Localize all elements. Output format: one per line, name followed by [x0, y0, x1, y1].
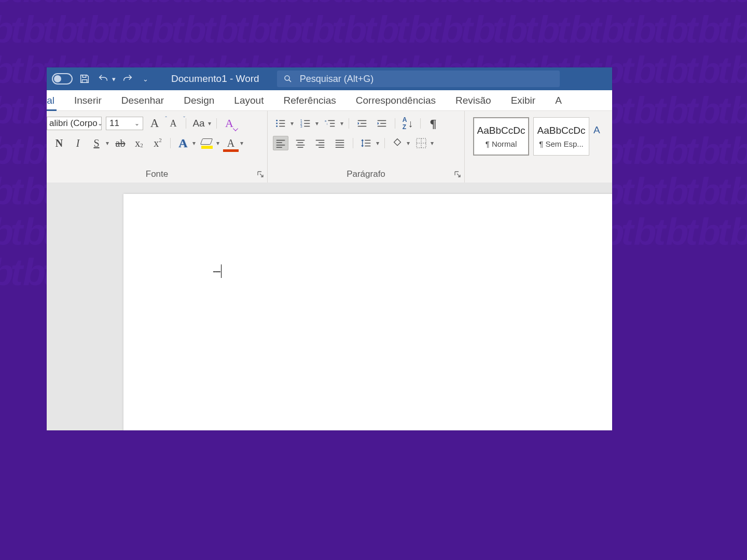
dialog-launcher-icon[interactable]	[257, 170, 264, 177]
change-case-button[interactable]: Aa	[191, 116, 206, 131]
search-box[interactable]: Pesquisar (Alt+G)	[277, 71, 560, 87]
chevron-down-icon[interactable]: ▾	[290, 120, 294, 127]
chevron-down-icon[interactable]: ▾	[315, 120, 319, 127]
customize-qat-icon[interactable]: ⌄	[143, 75, 148, 83]
ribbon-tabs: ial Inserir Desenhar Design Layout Refer…	[47, 90, 612, 111]
subscript-button[interactable]: x2	[132, 136, 146, 150]
separator	[349, 118, 349, 129]
chevron-down-icon[interactable]: ▾	[216, 139, 219, 147]
show-paragraph-marks-button[interactable]: ¶	[426, 116, 440, 131]
grow-font-button[interactable]: Aˆ	[147, 116, 162, 131]
document-scroll-area[interactable]: ---	[47, 183, 612, 430]
style-sample: AaBbCcDc	[537, 125, 586, 136]
quick-access-toolbar: ▾ ⌄	[52, 72, 148, 86]
svg-text:3: 3	[300, 124, 302, 128]
ribbon-group-styles: AaBbCcDc ¶ Normal AaBbCcDc ¶ Sem Esp... …	[465, 111, 612, 183]
search-placeholder: Pesquisar (Alt+G)	[300, 74, 374, 85]
separator	[170, 138, 171, 148]
title-bar: ▾ ⌄ Documento1 - Word Pesquisar (Alt+G)	[47, 67, 612, 90]
tab-ajuda[interactable]: A	[554, 92, 563, 110]
undo-dropdown-icon[interactable]: ▾	[112, 75, 116, 83]
chevron-down-icon[interactable]: ▾	[240, 139, 243, 147]
tab-desenhar[interactable]: Desenhar	[120, 92, 165, 110]
svg-point-3	[276, 125, 278, 127]
strikethrough-button[interactable]: ab	[113, 136, 128, 150]
separator	[216, 118, 217, 129]
document-page[interactable]	[123, 194, 612, 430]
style-sem-espacamento[interactable]: AaBbCcDc ¶ Sem Esp...	[533, 117, 589, 156]
word-window: ▾ ⌄ Documento1 - Word Pesquisar (Alt+G) …	[47, 67, 612, 430]
sort-button[interactable]: AZ↓	[400, 116, 415, 131]
search-icon	[283, 74, 293, 83]
style-sample: AaBbCcDc	[477, 125, 525, 136]
separator	[186, 118, 186, 129]
svg-point-0	[285, 76, 289, 80]
tab-correspondencias[interactable]: Correspondências	[355, 92, 437, 110]
font-name-value: alibri (Corpo	[49, 118, 98, 129]
align-left-button[interactable]	[273, 136, 288, 150]
redo-icon[interactable]	[121, 72, 134, 86]
underline-button[interactable]: S	[89, 136, 104, 150]
autosave-toggle[interactable]	[52, 73, 73, 85]
chevron-down-icon[interactable]: ▾	[340, 120, 343, 127]
italic-button[interactable]: I	[71, 136, 85, 150]
dialog-launcher-icon[interactable]	[454, 170, 461, 177]
tab-exibir[interactable]: Exibir	[510, 92, 537, 110]
bullet-list-button[interactable]	[273, 116, 288, 131]
numbered-list-button[interactable]: 123	[298, 116, 313, 131]
tab-referencias[interactable]: Referências	[282, 92, 337, 110]
tab-layout[interactable]: Layout	[233, 92, 265, 110]
clear-formatting-button[interactable]: A	[222, 116, 237, 131]
chevron-down-icon[interactable]: ▾	[208, 120, 211, 127]
separator	[395, 118, 395, 129]
chevron-down-icon[interactable]: ▾	[106, 139, 109, 147]
style-heading-clipped[interactable]: A	[593, 117, 604, 156]
font-size-value: 11	[109, 118, 119, 129]
highlight-color-button[interactable]	[200, 136, 214, 150]
text-cursor-location: ---	[213, 264, 222, 278]
tab-revisao[interactable]: Revisão	[454, 92, 492, 110]
increase-indent-button[interactable]	[374, 116, 390, 131]
chevron-down-icon[interactable]: ▾	[431, 139, 434, 147]
font-size-combo[interactable]: 11 ⌄	[106, 117, 143, 130]
tab-pagina-inicial[interactable]: ial	[47, 92, 56, 110]
ribbon: alibri (Corpo ⌄ 11 ⌄ Aˆ Aˇ Aa ▾ A	[47, 111, 612, 183]
font-name-combo[interactable]: alibri (Corpo ⌄	[47, 117, 102, 130]
line-spacing-button[interactable]	[358, 136, 374, 150]
style-sample: A	[593, 124, 600, 136]
shading-button[interactable]	[390, 136, 405, 150]
chevron-down-icon[interactable]: ▾	[192, 139, 196, 147]
svg-point-2	[276, 123, 278, 124]
justify-button[interactable]	[332, 136, 348, 150]
superscript-button[interactable]: x2	[150, 136, 165, 150]
align-right-button[interactable]	[312, 136, 328, 150]
separator	[420, 118, 421, 129]
font-color-button[interactable]: A	[224, 136, 238, 150]
chevron-down-icon[interactable]: ▾	[376, 139, 379, 147]
style-name: ¶ Normal	[486, 139, 517, 148]
chevron-down-icon: ⌄	[98, 120, 102, 127]
ribbon-group-label	[470, 158, 607, 170]
tab-design[interactable]: Design	[183, 92, 215, 110]
separator	[353, 138, 353, 148]
typed-text: ---	[213, 265, 220, 277]
multilevel-list-button[interactable]: ai	[323, 116, 338, 131]
chevron-down-icon[interactable]: ▾	[407, 139, 410, 147]
ribbon-group-paragraph: ▾ 123 ▾ ai ▾ AZ↓	[268, 111, 465, 183]
svg-point-1	[276, 120, 278, 121]
style-name: ¶ Sem Esp...	[539, 139, 584, 148]
text-effects-button[interactable]: A	[176, 136, 190, 150]
decrease-indent-button[interactable]	[354, 116, 370, 131]
align-center-button[interactable]	[293, 136, 308, 150]
bold-button[interactable]: N	[52, 136, 66, 150]
chevron-down-icon: ⌄	[134, 120, 140, 127]
text-caret	[221, 264, 222, 278]
shrink-font-button[interactable]: Aˇ	[166, 116, 181, 131]
ribbon-group-font: alibri (Corpo ⌄ 11 ⌄ Aˆ Aˇ Aa ▾ A	[47, 111, 268, 183]
tab-inserir[interactable]: Inserir	[73, 92, 103, 110]
borders-button[interactable]	[414, 136, 428, 150]
style-normal[interactable]: AaBbCcDc ¶ Normal	[473, 117, 529, 156]
undo-icon[interactable]	[96, 72, 110, 86]
ribbon-group-label: Fonte	[52, 168, 262, 180]
save-icon[interactable]	[78, 72, 91, 86]
